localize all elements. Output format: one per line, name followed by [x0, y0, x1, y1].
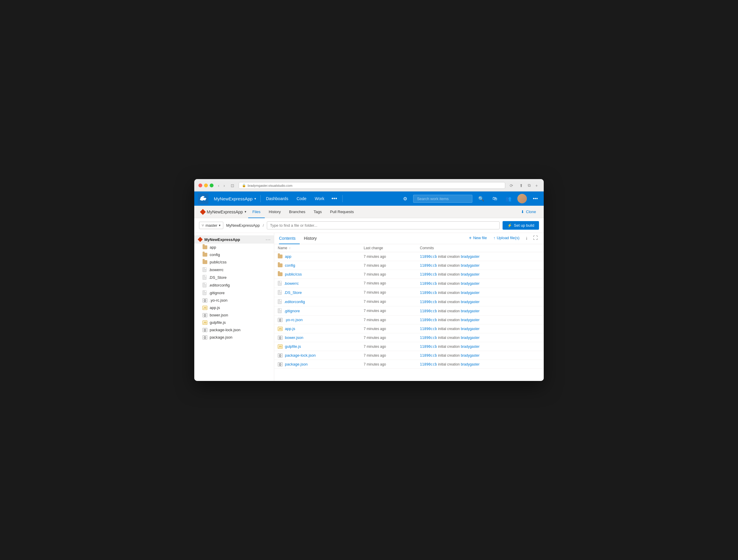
file-tab-history[interactable]: History [304, 233, 321, 244]
sidebar-item-config[interactable]: config [194, 251, 274, 258]
new-file-button[interactable]: + New file [467, 234, 489, 242]
setup-build-button[interactable]: ⚡ Set up build [502, 221, 539, 230]
reload-button[interactable]: ⟳ [508, 183, 515, 188]
table-row[interactable]: {} bower.json 7 minutes ago 11890ccb ini… [274, 333, 544, 342]
file-name-text[interactable]: gulpfile.js [285, 344, 301, 349]
sidebar-item-gitignore[interactable]: .gitignore [194, 289, 274, 297]
file-name-text[interactable]: .editorconfig [284, 300, 305, 304]
notifications-icon[interactable]: 🛍 [490, 195, 499, 202]
download-button[interactable]: ↓ [524, 234, 529, 242]
file-name-text[interactable]: .yo-rc.json [285, 318, 303, 322]
project-name-nav[interactable]: MyNewExpressApp ▾ [211, 191, 259, 206]
commit-hash[interactable]: 11890ccb [420, 263, 437, 267]
table-row[interactable]: .bowerrc 7 minutes ago 11890ccb initial … [274, 279, 544, 288]
table-row[interactable]: .editorconfig 7 minutes ago 11890ccb ini… [274, 297, 544, 306]
repo-name-link[interactable]: MyNewExpressApp ▾ [199, 206, 248, 218]
table-row[interactable]: app 7 minutes ago 11890ccb initial creat… [274, 252, 544, 261]
file-name-text[interactable]: .DS_Store [284, 291, 302, 295]
commit-author[interactable]: bradygaster [461, 254, 479, 259]
fullscreen-button[interactable]: ⛶ [532, 234, 539, 242]
repo-tab-pull-requests[interactable]: Pull Requests [326, 206, 358, 218]
commit-hash[interactable]: 11890ccb [420, 336, 437, 340]
nav-item-dashboards[interactable]: Dashboards [262, 191, 293, 206]
sidebar-item-publiccss[interactable]: public/css [194, 258, 274, 266]
commit-hash[interactable]: 11890ccb [420, 309, 437, 313]
table-row[interactable]: {} package.json 7 minutes ago 11890ccb i… [274, 360, 544, 369]
browser-more-button[interactable]: + [534, 182, 539, 188]
table-row[interactable]: JS gulpfile.js 7 minutes ago 11890ccb in… [274, 342, 544, 351]
sidebar-item-appjs[interactable]: JSapp.js [194, 304, 274, 312]
clone-button[interactable]: ⬇ Clone [518, 208, 539, 215]
table-row[interactable]: config 7 minutes ago 11890ccb initial cr… [274, 261, 544, 270]
share-button[interactable]: ⬆ [518, 182, 525, 188]
nav-item-work[interactable]: Work [311, 191, 328, 206]
commit-author[interactable]: bradygaster [461, 291, 479, 295]
top-nav-more-icon[interactable]: ••• [530, 195, 540, 202]
commit-hash[interactable]: 11890ccb [420, 282, 437, 286]
file-name-text[interactable]: .gitignore [284, 309, 300, 313]
commit-author[interactable]: bradygaster [461, 272, 479, 276]
close-button[interactable] [199, 183, 202, 187]
sidebar-item-package[interactable]: {}package.json [194, 334, 274, 341]
file-name-text[interactable]: package-lock.json [285, 353, 316, 358]
file-name-text[interactable]: .bowerrc [284, 281, 299, 286]
commit-author[interactable]: bradygaster [461, 263, 479, 267]
sidebar-item-app[interactable]: app [194, 243, 274, 251]
file-name-text[interactable]: bower.json [285, 335, 303, 340]
tab-view-button[interactable]: ⊡ [229, 183, 236, 188]
file-name-text[interactable]: public/css [285, 272, 302, 276]
commit-author[interactable]: bradygaster [461, 318, 479, 322]
maximize-button[interactable] [210, 183, 214, 187]
commit-hash[interactable]: 11890ccb [420, 354, 437, 358]
file-name-text[interactable]: config [285, 263, 295, 267]
commit-hash[interactable]: 11890ccb [420, 291, 437, 295]
sidebar-more-button[interactable]: ··· [266, 237, 271, 242]
sidebar-item-bower[interactable]: {}bower.json [194, 312, 274, 319]
commit-author[interactable]: bradygaster [461, 300, 479, 304]
sidebar-item-bowerrc[interactable]: .bowerrc [194, 266, 274, 273]
sidebar-item-editorconfig[interactable]: .editorconfig [194, 281, 274, 289]
sidebar-item-gulpfile[interactable]: JSgulpfile.js [194, 319, 274, 326]
nav-more-button[interactable]: ••• [328, 191, 340, 206]
commit-hash[interactable]: 11890ccb [420, 318, 437, 322]
commit-author[interactable]: bradygaster [461, 327, 479, 331]
commit-author[interactable]: bradygaster [461, 282, 479, 286]
sidebar-item-yorc[interactable]: {}.yo-rc.json [194, 297, 274, 304]
repo-tab-tags[interactable]: Tags [310, 206, 326, 218]
file-tab-contents[interactable]: Contents [279, 233, 300, 244]
new-tab-button[interactable]: ⧉ [526, 182, 532, 188]
file-name-text[interactable]: app [285, 254, 291, 259]
back-button[interactable]: ‹ [217, 183, 221, 188]
commit-hash[interactable]: 11890ccb [420, 254, 437, 259]
table-row[interactable]: public/css 7 minutes ago 11890ccb initia… [274, 270, 544, 279]
table-row[interactable]: .DS_Store 7 minutes ago 11890ccb initial… [274, 288, 544, 297]
commit-author[interactable]: bradygaster [461, 362, 479, 367]
commit-hash[interactable]: 11890ccb [420, 300, 437, 304]
minimize-button[interactable] [204, 183, 208, 187]
search-work-items-input[interactable] [413, 195, 472, 203]
upload-files-button[interactable]: ↑ Upload file(s) [491, 234, 521, 241]
table-row[interactable]: JS app.js 7 minutes ago 11890ccb initial… [274, 325, 544, 333]
table-row[interactable]: {} package-lock.json 7 minutes ago 11890… [274, 351, 544, 360]
users-icon[interactable]: 👥 [503, 195, 514, 203]
repo-tab-history[interactable]: History [265, 206, 285, 218]
commit-author[interactable]: bradygaster [461, 354, 479, 358]
file-name-text[interactable]: package.json [285, 362, 308, 367]
commit-hash[interactable]: 11890ccb [420, 362, 437, 367]
nav-item-code[interactable]: Code [292, 191, 310, 206]
commit-hash[interactable]: 11890ccb [420, 345, 437, 349]
repo-tab-branches[interactable]: Branches [285, 206, 310, 218]
path-filter-input[interactable] [267, 221, 500, 229]
file-name-text[interactable]: app.js [285, 327, 295, 331]
forward-button[interactable]: › [222, 183, 227, 188]
commit-hash[interactable]: 11890ccb [420, 272, 437, 276]
commit-author[interactable]: bradygaster [461, 345, 479, 349]
commit-hash[interactable]: 11890ccb [420, 327, 437, 331]
settings-icon[interactable]: ⚙ [401, 195, 410, 203]
url-text[interactable]: bradymgaster.visualstudio.com [248, 184, 292, 187]
commit-author[interactable]: bradygaster [461, 309, 479, 313]
search-icon[interactable]: 🔍 [476, 195, 486, 203]
commit-author[interactable]: bradygaster [461, 336, 479, 340]
table-row[interactable]: {} .yo-rc.json 7 minutes ago 11890ccb in… [274, 316, 544, 325]
avatar[interactable] [517, 194, 527, 203]
